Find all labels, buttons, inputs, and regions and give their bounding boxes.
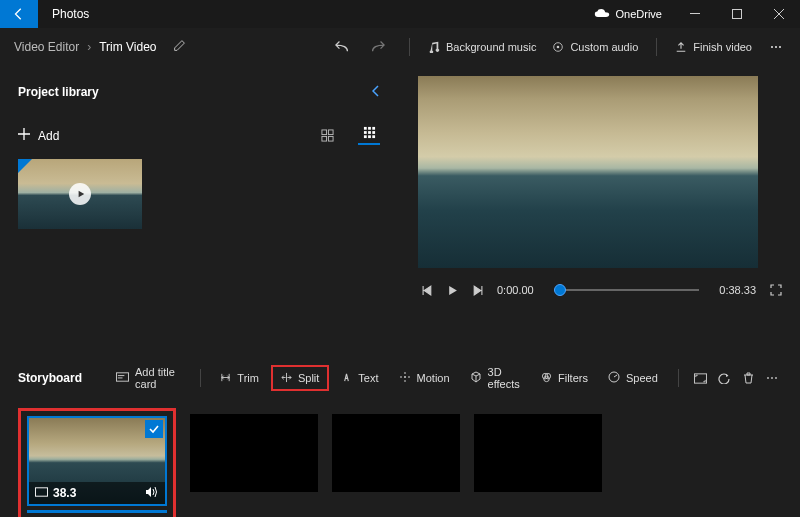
duration-icon [35,486,48,500]
rotate-button[interactable] [714,365,734,391]
add-title-card-button[interactable]: Add title card [108,365,188,391]
project-library-panel: Project library Add [0,66,398,358]
finish-video-button[interactable]: Finish video [667,33,760,61]
player-controls: 0:00.00 0:38.33 [418,284,786,296]
motion-icon [399,371,411,385]
onedrive-status[interactable]: OneDrive [582,8,674,20]
breadcrumb: Video Editor › Trim Video [8,40,163,54]
svg-rect-15 [368,135,371,138]
plus-icon [18,128,30,143]
audio-icon [552,41,564,53]
prev-frame-button[interactable] [422,285,433,296]
3d-effects-button[interactable]: 3D effects [462,365,529,391]
play-icon [69,183,91,205]
filters-icon [541,372,552,385]
grid-small-view-button[interactable] [358,126,380,145]
resize-button[interactable] [691,365,711,391]
title-card-icon [116,372,129,384]
svg-rect-19 [118,377,123,378]
collapse-library-button[interactable] [372,85,380,100]
title-bar: Photos OneDrive [0,0,800,28]
split-button[interactable]: Split [271,365,329,391]
check-icon [145,420,163,438]
breadcrumb-current[interactable]: Trim Video [99,40,156,54]
redo-button[interactable] [369,39,385,56]
edit-name-button[interactable] [173,39,186,55]
empty-slot[interactable] [190,414,318,492]
trim-icon [220,372,231,385]
library-thumbnail[interactable] [18,159,142,229]
preview-panel: 0:00.00 0:38.33 [398,66,800,358]
svg-rect-5 [328,130,333,135]
export-icon [675,41,687,53]
grid-large-view-button[interactable] [316,129,338,142]
empty-slot[interactable] [332,414,460,492]
text-button[interactable]: Text [333,365,386,391]
undo-button[interactable] [335,39,351,56]
next-frame-button[interactable] [472,285,483,296]
video-preview[interactable] [418,76,758,268]
clip-duration: 38.3 [35,486,76,500]
speed-button[interactable]: Speed [600,365,666,391]
motion-button[interactable]: Motion [391,365,458,391]
svg-rect-11 [363,131,366,134]
filters-button[interactable]: Filters [533,365,596,391]
storyboard-title: Storyboard [18,371,82,385]
svg-rect-14 [363,135,366,138]
cloud-icon [594,8,610,20]
app-title: Photos [38,7,103,21]
svg-point-3 [557,46,560,49]
svg-rect-18 [118,375,125,376]
fullscreen-button[interactable] [770,284,782,296]
total-time: 0:38.33 [719,284,756,296]
svg-rect-6 [321,136,326,141]
trim-button[interactable]: Trim [212,365,267,391]
used-marker-icon [18,159,32,173]
storyboard-toolbar: Storyboard Add title card Trim Split Tex… [0,358,800,398]
svg-rect-0 [690,13,700,14]
volume-icon[interactable] [145,486,159,501]
svg-rect-16 [372,135,375,138]
svg-rect-7 [328,136,333,141]
svg-rect-10 [372,127,375,130]
maximize-button[interactable] [716,0,758,28]
svg-rect-1 [733,10,742,19]
minimize-button[interactable] [674,0,716,28]
background-music-button[interactable]: Background music [420,33,545,61]
music-icon [428,41,440,53]
svg-rect-26 [35,488,47,496]
seek-bar[interactable] [554,289,700,291]
svg-rect-17 [116,373,128,381]
seek-thumb[interactable] [554,284,566,296]
breadcrumb-parent[interactable]: Video Editor [14,40,79,54]
add-media-button[interactable]: Add [18,128,59,143]
speed-icon [608,371,620,385]
delete-button[interactable] [738,365,758,391]
split-icon [281,372,292,385]
selected-clip-highlight: 38.3 [18,408,176,517]
current-time: 0:00.00 [497,284,534,296]
svg-rect-8 [363,127,366,130]
svg-rect-4 [321,130,326,135]
svg-point-20 [404,376,406,378]
chevron-right-icon: › [87,40,91,54]
svg-rect-13 [372,131,375,134]
text-icon [341,372,352,385]
library-title: Project library [18,85,99,99]
play-button[interactable] [447,285,458,296]
close-button[interactable] [758,0,800,28]
svg-rect-12 [368,131,371,134]
more-button[interactable]: ⋯ [760,40,792,54]
storyboard-more-button[interactable]: ⋯ [762,365,782,391]
action-bar: Video Editor › Trim Video Background mus… [0,28,800,66]
empty-slot[interactable] [474,414,602,492]
custom-audio-button[interactable]: Custom audio [544,33,646,61]
svg-rect-9 [368,127,371,130]
effects-icon [470,371,482,385]
back-button[interactable] [0,0,38,28]
storyboard-clip[interactable]: 38.3 [27,416,167,506]
storyboard-track: 38.3 [0,398,800,517]
